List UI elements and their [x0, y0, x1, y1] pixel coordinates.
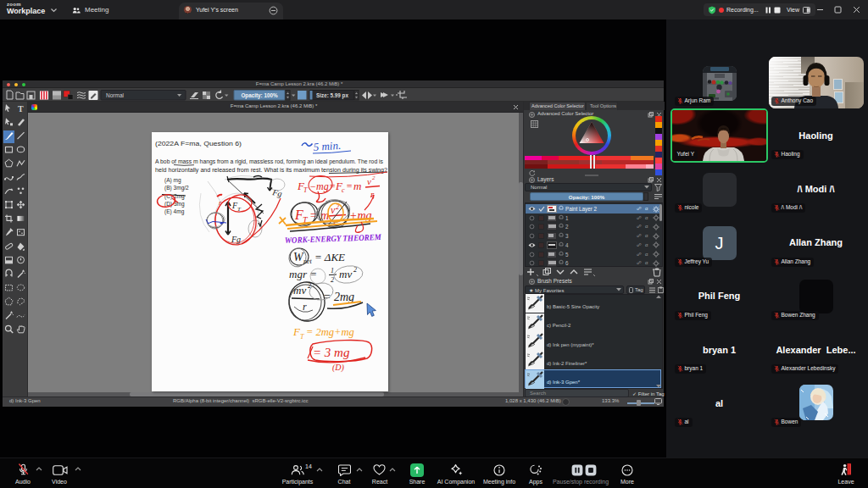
svg-text:c: c [342, 186, 345, 194]
svg-text:−mg: −mg [309, 180, 329, 192]
svg-text:(A) mg: (A) mg [164, 177, 181, 184]
svg-text:= 3 mg: = 3 mg [313, 346, 350, 359]
svg-text:Size: 5.99 px: Size: 5.99 px [316, 92, 348, 99]
svg-text:m: m [353, 180, 361, 192]
svg-text:(2022A F=ma, Question 6): (2022A F=ma, Question 6) [155, 140, 242, 147]
svg-text:(D): (D) [332, 363, 345, 373]
svg-text:=: = [346, 180, 353, 192]
svg-text:Normal: Normal [106, 92, 125, 98]
svg-text:v: v [367, 176, 371, 186]
svg-text:Fg: Fg [271, 187, 283, 198]
svg-text:r: r [303, 301, 307, 313]
svg-text:mv: mv [339, 268, 352, 280]
svg-text:1: 1 [331, 267, 334, 274]
svg-text:T: T [18, 104, 24, 114]
svg-text:2: 2 [353, 266, 357, 274]
svg-text:= 2mg+mg: = 2mg+mg [306, 326, 354, 338]
svg-text:mgr =: mgr = [289, 268, 317, 280]
svg-text:2: 2 [331, 276, 334, 284]
svg-text:T: T [300, 333, 304, 341]
svg-text:(B) 3mg/2: (B) 3mg/2 [164, 185, 189, 191]
svg-text:(E) 4mg: (E) 4mg [164, 208, 185, 215]
svg-text:WORK-ENERGY THEOREM: WORK-ENERGY THEOREM [285, 232, 382, 245]
svg-text:T: T [303, 186, 308, 194]
svg-text:5 min.: 5 min. [313, 139, 341, 153]
svg-text:2: 2 [372, 175, 376, 181]
svg-text:= ΔKE: = ΔKE [314, 251, 345, 263]
svg-text:Opacity: 100%: Opacity: 100% [241, 92, 277, 99]
svg-text:= 2mg: = 2mg [323, 291, 354, 303]
svg-text:A bob of mass m hangs from a r: A bob of mass m hangs from a rigid, mass… [155, 158, 384, 165]
